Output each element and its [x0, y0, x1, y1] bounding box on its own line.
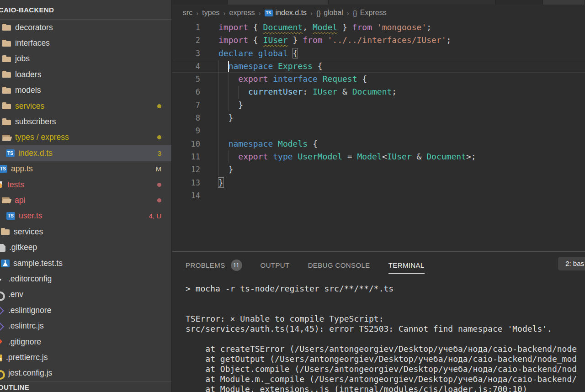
line-number: 2: [172, 34, 200, 47]
file-row[interactable]: .eslintignore: [0, 302, 171, 318]
file-row[interactable]: sample.test.ts: [0, 255, 171, 271]
code-text: export type UserModel = Model<IUser & Do…: [218, 150, 476, 163]
folder-row[interactable]: services: [0, 224, 171, 239]
panel-tab-debug-console[interactable]: DEBUG CONSOLE: [308, 261, 370, 273]
file-tree: decoratorsinterfacesjobsloadersmodelsser…: [0, 20, 171, 381]
code-line[interactable]: 2import { IUser } from '../../interfaces…: [172, 34, 585, 47]
chevron-right-icon: ›: [310, 9, 313, 17]
folder-row[interactable]: interfaces: [0, 35, 171, 51]
folder-row[interactable]: services: [0, 98, 171, 114]
file-label: .env: [8, 290, 23, 299]
file-row[interactable]: .gitignore: [0, 334, 171, 350]
code-text: }: [218, 99, 243, 111]
folder-row[interactable]: jobs: [0, 51, 171, 67]
code-line[interactable]: 14: [172, 189, 585, 202]
panel-tab-output[interactable]: OUTPUT: [261, 261, 290, 273]
code-line[interactable]: 5 export interface Request {: [172, 73, 585, 85]
editor-tab[interactable]: [329, 0, 496, 5]
typescript-icon: [6, 212, 15, 220]
breadcrumb-item[interactable]: {}global: [316, 9, 343, 17]
file-row[interactable]: jest.config.js: [0, 366, 171, 381]
code-line[interactable]: 9: [172, 124, 585, 137]
code-text: }: [218, 163, 234, 176]
line-number: 13: [172, 176, 200, 189]
file-row[interactable]: index.d.ts3: [0, 145, 171, 161]
file-row[interactable]: .gitkeep: [0, 239, 171, 255]
decoration-dot: [157, 104, 161, 108]
chevron-right-icon: ›: [223, 9, 226, 17]
code-line[interactable]: 7 }: [172, 99, 585, 111]
editor-tab[interactable]: [496, 0, 543, 5]
panel-tab-problems[interactable]: PROBLEMS11: [186, 260, 242, 275]
file-label: .editorconfig: [8, 274, 52, 284]
panel-tab-label: DEBUG CONSOLE: [308, 261, 370, 269]
outline-section-header[interactable]: OUTLINE: [0, 381, 171, 392]
code-editor[interactable]: 1import { Document, Model } from 'mongoo…: [172, 21, 585, 251]
line-number: 5: [172, 73, 200, 85]
panel-tab-label: PROBLEMS: [186, 261, 225, 269]
code-line[interactable]: 10 namespace Models {: [172, 138, 585, 150]
folder-icon: [2, 23, 11, 32]
code-line[interactable]: 8 }: [172, 111, 585, 124]
folder-row[interactable]: decorators: [0, 20, 171, 35]
terminal-line: at getOutput (/Users/antongeorgiev/Deskt…: [186, 354, 585, 364]
folder-row[interactable]: api: [0, 192, 171, 208]
line-number: 11: [172, 150, 200, 163]
folder-open-icon: [2, 133, 11, 142]
typescript-icon: TS: [265, 10, 273, 16]
breadcrumb-item[interactable]: src: [183, 9, 192, 17]
code-line[interactable]: 1import { Document, Model } from 'mongoo…: [172, 21, 585, 34]
breadcrumb-item[interactable]: TSindex.d.ts: [265, 9, 307, 17]
file-row[interactable]: user.ts4, U: [0, 208, 171, 224]
folder-row[interactable]: loaders: [0, 67, 171, 82]
eslint-icon: [0, 322, 5, 330]
breadcrumb-item[interactable]: {}Express: [353, 9, 387, 17]
folder-row[interactable]: models: [0, 83, 171, 98]
code-line[interactable]: 11 export type UserModel = Model<IUser &…: [172, 150, 585, 163]
code-line[interactable]: 3declare global {: [172, 47, 585, 60]
code-line[interactable]: 13}: [172, 176, 585, 189]
file-label: index.d.ts: [18, 148, 53, 158]
file-label: tests: [7, 180, 24, 190]
breadcrumb-item[interactable]: express: [229, 9, 255, 17]
project-title: CAIO-BACKEND: [0, 6, 54, 14]
gear-yellow-icon: [0, 369, 5, 377]
panel-tab-terminal[interactable]: TERMINAL: [388, 261, 425, 274]
file-row[interactable]: .eslintrc.js: [0, 318, 171, 334]
code-text: import { Document, Model } from 'mongoos…: [218, 21, 431, 34]
folder-row[interactable]: subscribers: [0, 114, 171, 129]
file-label: api: [15, 196, 25, 205]
code-line[interactable]: 12 }: [172, 163, 585, 176]
file-row[interactable]: .prettierrc.js: [0, 350, 171, 365]
editor-tab[interactable]: [543, 0, 585, 5]
line-number: 1: [172, 21, 200, 34]
folder-icon: [2, 39, 11, 48]
code-text: export interface Request {: [218, 73, 367, 85]
folder-row[interactable]: tests: [0, 177, 171, 192]
breadcrumb-item[interactable]: types: [202, 9, 219, 17]
file-icon: [0, 244, 5, 252]
file-row[interactable]: .editorconfig: [0, 271, 171, 286]
terminal-line: > mocha -r ts-node/register src/**/**/*.…: [186, 284, 585, 294]
editor-tab[interactable]: [172, 0, 228, 5]
file-label: user.ts: [19, 211, 43, 221]
editor-tab[interactable]: [228, 0, 329, 5]
editorconfig-icon: [0, 275, 5, 283]
file-row[interactable]: .env: [0, 287, 171, 302]
file-row[interactable]: app.tsM: [0, 161, 171, 177]
folder-icon: [2, 55, 11, 63]
folder-row[interactable]: types / express: [0, 130, 171, 145]
code-line[interactable]: 6 currentUser: IUser & Document;: [172, 85, 585, 98]
terminal-output[interactable]: > mocha -r ts-node/register src/**/**/*.…: [186, 284, 585, 392]
code-line[interactable]: 4 namespace Express {: [172, 60, 585, 73]
editor-tab-strip: [172, 0, 585, 5]
decoration-badge: 4, U: [149, 212, 171, 220]
code-text: }: [218, 111, 234, 124]
file-label: subscribers: [15, 117, 56, 127]
typescript-icon: [6, 149, 15, 157]
code-text: currentUser: IUser & Document;: [218, 85, 397, 98]
terminal-select-dropdown[interactable]: 2: bas: [558, 257, 585, 270]
panel-tab-label: OUTPUT: [261, 261, 290, 269]
terminal-line: at Module.m._compile (/Users/antongeorgi…: [186, 374, 585, 384]
explorer-section-header[interactable]: CAIO-BACKEND: [0, 0, 171, 20]
